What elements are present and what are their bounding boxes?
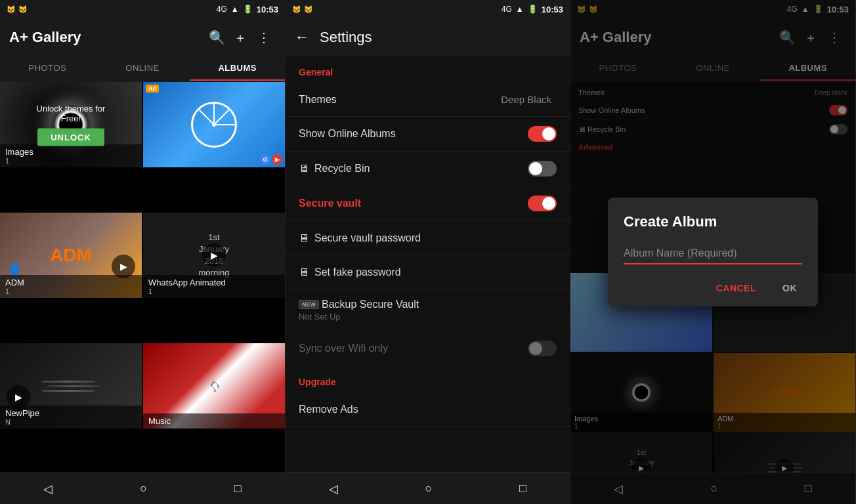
remove-ads-label: Remove Ads	[299, 404, 557, 415]
settings-list: General Themes Deep Black Show Online Al…	[286, 56, 570, 472]
album-whatsapp-info: WhatsApp Animated 1	[143, 275, 285, 298]
recycle-bin-monitor-icon: 🖥	[299, 163, 309, 175]
album-whatsapp-count: 1	[148, 287, 280, 295]
settings-item-show-online-albums[interactable]: Show Online Albums	[286, 117, 570, 152]
settings-item-recycle-bin[interactable]: 🖥 Recycle Bin	[286, 152, 570, 186]
album-whatsapp[interactable]: 1stJanuary2018morning ▶ WhatsApp Animate…	[143, 213, 285, 298]
mid-battery-icon: 🔋	[528, 5, 538, 14]
recents-nav-button[interactable]: □	[221, 475, 255, 502]
unlock-text: Unlock themes for Free!	[35, 104, 106, 123]
mid-cat-icon-1: 🐱	[292, 5, 301, 14]
svp-monitor-icon: 🖥	[299, 232, 309, 244]
left-panel: 🐱 🐱 4G ▲ 🔋 10:53 A+ Gallery 🔍 ＋ ⋮ PHOTOS…	[0, 0, 286, 504]
set-fake-password-label: 🖥 Set fake password	[299, 266, 557, 278]
settings-item-set-fake-password[interactable]: 🖥 Set fake password	[286, 255, 570, 289]
secure-vault-toggle[interactable]	[528, 196, 557, 211]
more-button[interactable]: ⋮	[252, 26, 276, 49]
tab-albums[interactable]: ALBUMS	[190, 56, 285, 81]
album-adm-count: 1	[5, 287, 137, 295]
album-images[interactable]: Unlock themes for Free! UNLOCK Images 1	[0, 82, 142, 167]
settings-item-themes[interactable]: Themes Deep Black	[286, 83, 570, 117]
show-online-albums-toggle[interactable]	[528, 126, 557, 142]
album-images-name: Images	[5, 147, 137, 157]
album-images-count: 1	[5, 157, 137, 165]
album-name-input[interactable]	[624, 243, 802, 264]
new-badge: NEW	[299, 300, 319, 309]
backup-secure-vault-label: Backup Secure Vault	[322, 299, 557, 310]
add-button[interactable]: ＋	[228, 26, 252, 49]
sync-wifi-label: Sync over Wifi only	[299, 343, 528, 354]
themes-value: Deep Black	[501, 94, 551, 105]
tab-photos[interactable]: PHOTOS	[0, 56, 95, 81]
settings-back-button[interactable]: ←	[295, 29, 309, 46]
themes-label: Themes	[299, 94, 501, 106]
search-button[interactable]: 🔍	[205, 26, 228, 49]
mid-cat-icon-2: 🐱	[304, 5, 313, 14]
left-app-bar: A+ Gallery 🔍 ＋ ⋮	[0, 18, 285, 56]
settings-item-sync-wifi[interactable]: Sync over Wifi only	[286, 331, 570, 366]
album-music[interactable]: 🎵 Music	[143, 343, 285, 429]
middle-panel: 🐱 🐱 4G ▲ 🔋 10:53 ← Settings General Them…	[286, 0, 570, 504]
recycle-bin-toggle-knob	[529, 162, 542, 175]
middle-nav-bar: ◁ ○ □	[286, 472, 570, 504]
album-adm[interactable]: ADM 👤 ▶ ADM 1	[0, 213, 142, 298]
show-online-albums-toggle-knob	[542, 127, 555, 140]
left-status-bar: 🐱 🐱 4G ▲ 🔋 10:53	[0, 0, 285, 18]
album-adm-info: ADM 1	[0, 275, 142, 298]
section-general-header: General	[286, 56, 570, 83]
signal-icon: ▲	[231, 5, 239, 14]
middle-status-bar: 🐱 🐱 4G ▲ 🔋 10:53	[286, 0, 570, 18]
album-ferris[interactable]: Ad G ▶	[143, 82, 285, 167]
album-images-info: Images 1	[0, 144, 142, 167]
time-label: 10:53	[257, 5, 278, 14]
ad-badge: Ad	[146, 85, 159, 93]
album-newpipe[interactable]: ▶ NewPipe N	[0, 343, 142, 429]
secure-vault-password-label: 🖥 Secure vault password	[299, 232, 557, 244]
mid-time-label: 10:53	[542, 5, 563, 14]
sfp-monitor-icon: 🖥	[299, 266, 309, 278]
settings-item-secure-vault[interactable]: Secure vault	[286, 186, 570, 221]
section-upgrade-header: Upgrade	[286, 366, 570, 392]
unlock-button[interactable]: UNLOCK	[37, 129, 104, 146]
sync-wifi-toggle-knob	[529, 342, 542, 355]
dialog-ok-button[interactable]: OK	[777, 280, 802, 296]
cat-icon-2: 🐱	[18, 5, 28, 14]
sync-wifi-toggle[interactable]	[528, 341, 557, 356]
right-panel: 🐱 🐱 4G ▲ 🔋 10:53 A+ Gallery 🔍 ＋ ⋮ PHOTOS…	[570, 0, 856, 504]
dialog-buttons: CANCEL OK	[624, 280, 802, 296]
settings-title: Settings	[320, 29, 372, 46]
left-app-title: A+ Gallery	[9, 29, 205, 46]
album-whatsapp-name: WhatsApp Animated	[148, 278, 280, 287]
album-newpipe-info: NewPipe N	[0, 406, 142, 429]
album-newpipe-name: NewPipe	[5, 408, 137, 418]
unlock-promo: Unlock themes for Free! UNLOCK	[35, 104, 106, 146]
mid-home-nav-button[interactable]: ○	[412, 475, 446, 502]
mid-recents-nav-button[interactable]: □	[506, 475, 540, 502]
mid-network-label: 4G	[502, 5, 512, 14]
settings-item-secure-vault-password[interactable]: 🖥 Secure vault password	[286, 221, 570, 255]
create-album-dialog: Create Album CANCEL OK	[608, 198, 818, 306]
settings-item-backup-secure-vault[interactable]: NEW Backup Secure Vault Not Set Up	[286, 289, 570, 331]
left-tabs: PHOTOS ONLINE ALBUMS	[0, 56, 285, 82]
recycle-bin-label: 🖥 Recycle Bin	[299, 163, 528, 175]
mid-signal-icon: ▲	[516, 5, 524, 14]
backup-secure-vault-sublabel: Not Set Up	[299, 312, 341, 322]
dialog-title: Create Album	[624, 213, 802, 230]
show-online-albums-label: Show Online Albums	[299, 128, 528, 140]
mid-back-nav-button[interactable]: ◁	[316, 475, 351, 503]
battery-icon: 🔋	[243, 5, 253, 14]
recycle-bin-toggle[interactable]	[528, 161, 557, 177]
back-nav-button[interactable]: ◁	[30, 475, 66, 503]
secure-vault-label: Secure vault	[299, 198, 528, 209]
network-label: 4G	[217, 5, 227, 14]
left-nav-bar: ◁ ○ □	[0, 472, 285, 504]
dialog-overlay: Create Album CANCEL OK	[570, 0, 855, 504]
album-music-info: Music	[143, 413, 285, 429]
dialog-cancel-button[interactable]: CANCEL	[711, 280, 761, 296]
tab-online[interactable]: ONLINE	[95, 56, 190, 81]
whatsapp-play-icon: ▶	[202, 243, 226, 267]
home-nav-button[interactable]: ○	[127, 475, 160, 502]
left-status-left-icons: 🐱 🐱	[7, 5, 28, 14]
album-adm-name: ADM	[5, 278, 137, 287]
settings-item-remove-ads[interactable]: Remove Ads	[286, 392, 570, 427]
